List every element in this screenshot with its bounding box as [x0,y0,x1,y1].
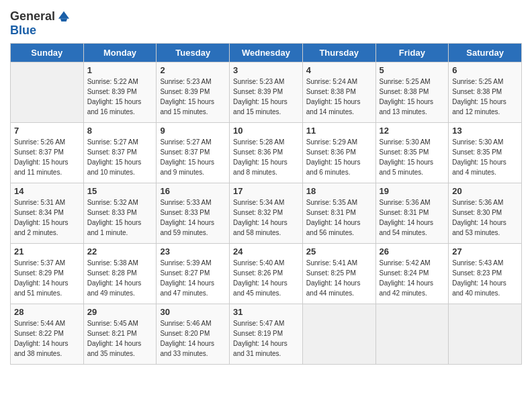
calendar-cell [449,304,522,365]
day-number: 29 [87,307,153,317]
cell-info: Sunrise: 5:42 AMSunset: 8:24 PMDaylight:… [380,258,445,298]
calendar-cell: 25 Sunrise: 5:41 AMSunset: 8:25 PMDaylig… [302,244,375,304]
cell-info: Sunrise: 5:27 AMSunset: 8:37 PMDaylight:… [160,137,226,177]
calendar-cell: 20 Sunrise: 5:36 AMSunset: 8:30 PMDaylig… [449,183,522,244]
day-number: 30 [160,307,226,317]
cell-info: Sunrise: 5:35 AMSunset: 8:31 PMDaylight:… [306,197,372,238]
cell-info: Sunrise: 5:36 AMSunset: 8:30 PMDaylight:… [452,197,518,238]
cell-info: Sunrise: 5:44 AMSunset: 8:22 PMDaylight:… [14,318,80,359]
day-number: 11 [306,126,372,136]
calendar-table: SundayMondayTuesdayWednesdayThursdayFrid… [10,43,522,365]
calendar-cell: 14 Sunrise: 5:31 AMSunset: 8:34 PMDaylig… [11,183,84,244]
day-number: 16 [160,186,226,196]
calendar-cell: 18 Sunrise: 5:35 AMSunset: 8:31 PMDaylig… [302,183,375,244]
calendar-cell: 26 Sunrise: 5:42 AMSunset: 8:24 PMDaylig… [375,244,449,304]
header-tuesday: Tuesday [157,44,230,62]
day-number: 31 [233,307,299,317]
calendar-cell: 21 Sunrise: 5:37 AMSunset: 8:29 PMDaylig… [11,244,84,304]
day-number: 19 [380,186,445,196]
day-number: 27 [452,246,518,257]
day-number: 25 [306,246,372,257]
header-wednesday: Wednesday [230,44,303,62]
day-number: 14 [14,186,80,196]
day-number: 9 [160,126,226,136]
day-number: 4 [306,65,372,75]
header-monday: Monday [83,44,157,62]
day-number: 12 [380,126,445,136]
calendar-cell: 10 Sunrise: 5:28 AMSunset: 8:36 PMDaylig… [230,123,303,183]
day-number: 13 [452,126,518,136]
calendar-cell: 22 Sunrise: 5:38 AMSunset: 8:28 PMDaylig… [83,244,157,304]
cell-info: Sunrise: 5:34 AMSunset: 8:32 PMDaylight:… [233,197,299,238]
calendar-cell [375,304,449,365]
calendar-cell: 23 Sunrise: 5:39 AMSunset: 8:27 PMDaylig… [157,244,230,304]
calendar-header-row: SundayMondayTuesdayWednesdayThursdayFrid… [11,44,522,62]
svg-marker-0 [58,11,69,18]
day-number: 8 [87,126,153,136]
cell-info: Sunrise: 5:40 AMSunset: 8:26 PMDaylight:… [233,258,299,298]
calendar-cell: 7 Sunrise: 5:26 AMSunset: 8:37 PMDayligh… [11,123,84,183]
cell-info: Sunrise: 5:38 AMSunset: 8:28 PMDaylight:… [87,258,153,298]
cell-info: Sunrise: 5:47 AMSunset: 8:19 PMDaylight:… [233,318,299,359]
day-number: 18 [306,186,372,196]
header-thursday: Thursday [302,44,375,62]
calendar-week-row: 14 Sunrise: 5:31 AMSunset: 8:34 PMDaylig… [11,183,522,244]
day-number: 28 [14,307,80,317]
cell-info: Sunrise: 5:31 AMSunset: 8:34 PMDaylight:… [14,197,80,238]
day-number: 24 [233,246,299,257]
day-number: 10 [233,126,299,136]
calendar-cell: 28 Sunrise: 5:44 AMSunset: 8:22 PMDaylig… [11,304,84,365]
day-number: 17 [233,186,299,196]
calendar-week-row: 7 Sunrise: 5:26 AMSunset: 8:37 PMDayligh… [11,123,522,183]
cell-info: Sunrise: 5:30 AMSunset: 8:35 PMDaylight:… [380,137,445,177]
header-saturday: Saturday [449,44,522,62]
cell-info: Sunrise: 5:24 AMSunset: 8:38 PMDaylight:… [306,77,372,117]
cell-info: Sunrise: 5:46 AMSunset: 8:20 PMDaylight:… [160,318,226,359]
day-number: 21 [14,246,80,257]
calendar-cell: 8 Sunrise: 5:27 AMSunset: 8:37 PMDayligh… [83,123,157,183]
calendar-cell: 31 Sunrise: 5:47 AMSunset: 8:19 PMDaylig… [230,304,303,365]
logo: General Blue [10,9,71,38]
cell-info: Sunrise: 5:22 AMSunset: 8:39 PMDaylight:… [87,77,153,117]
calendar-cell: 19 Sunrise: 5:36 AMSunset: 8:31 PMDaylig… [375,183,449,244]
day-number: 20 [452,186,518,196]
calendar-cell: 17 Sunrise: 5:34 AMSunset: 8:32 PMDaylig… [230,183,303,244]
cell-info: Sunrise: 5:33 AMSunset: 8:33 PMDaylight:… [160,197,226,238]
day-number: 2 [160,65,226,75]
cell-info: Sunrise: 5:36 AMSunset: 8:31 PMDaylight:… [380,197,445,238]
calendar-cell: 29 Sunrise: 5:45 AMSunset: 8:21 PMDaylig… [83,304,157,365]
day-number: 5 [380,65,445,75]
cell-info: Sunrise: 5:25 AMSunset: 8:38 PMDaylight:… [380,77,445,117]
calendar-week-row: 1 Sunrise: 5:22 AMSunset: 8:39 PMDayligh… [11,62,522,123]
calendar-cell: 4 Sunrise: 5:24 AMSunset: 8:38 PMDayligh… [302,62,375,123]
day-number: 7 [14,126,80,136]
cell-info: Sunrise: 5:43 AMSunset: 8:23 PMDaylight:… [452,258,518,298]
calendar-cell [302,304,375,365]
day-number: 1 [87,65,153,75]
logo-general: General [10,9,55,24]
logo-blue: Blue [10,24,36,37]
calendar-cell: 27 Sunrise: 5:43 AMSunset: 8:23 PMDaylig… [449,244,522,304]
calendar-week-row: 28 Sunrise: 5:44 AMSunset: 8:22 PMDaylig… [11,304,522,365]
day-number: 3 [233,65,299,75]
calendar-cell: 11 Sunrise: 5:29 AMSunset: 8:36 PMDaylig… [302,123,375,183]
calendar-cell: 16 Sunrise: 5:33 AMSunset: 8:33 PMDaylig… [157,183,230,244]
cell-info: Sunrise: 5:23 AMSunset: 8:39 PMDaylight:… [233,77,299,117]
page-header: General Blue [10,7,522,38]
calendar-cell: 12 Sunrise: 5:30 AMSunset: 8:35 PMDaylig… [375,123,449,183]
day-number: 26 [380,246,445,257]
cell-info: Sunrise: 5:29 AMSunset: 8:36 PMDaylight:… [306,137,372,177]
calendar-cell: 13 Sunrise: 5:30 AMSunset: 8:35 PMDaylig… [449,123,522,183]
cell-info: Sunrise: 5:37 AMSunset: 8:29 PMDaylight:… [14,258,80,298]
cell-info: Sunrise: 5:23 AMSunset: 8:39 PMDaylight:… [160,77,226,117]
day-number: 22 [87,246,153,257]
cell-info: Sunrise: 5:39 AMSunset: 8:27 PMDaylight:… [160,258,226,298]
cell-info: Sunrise: 5:28 AMSunset: 8:36 PMDaylight:… [233,137,299,177]
cell-info: Sunrise: 5:30 AMSunset: 8:35 PMDaylight:… [452,137,518,177]
header-sunday: Sunday [11,44,84,62]
calendar-cell: 15 Sunrise: 5:32 AMSunset: 8:33 PMDaylig… [83,183,157,244]
calendar-cell: 24 Sunrise: 5:40 AMSunset: 8:26 PMDaylig… [230,244,303,304]
day-number: 6 [452,65,518,75]
cell-info: Sunrise: 5:41 AMSunset: 8:25 PMDaylight:… [306,258,372,298]
calendar-cell [11,62,84,123]
